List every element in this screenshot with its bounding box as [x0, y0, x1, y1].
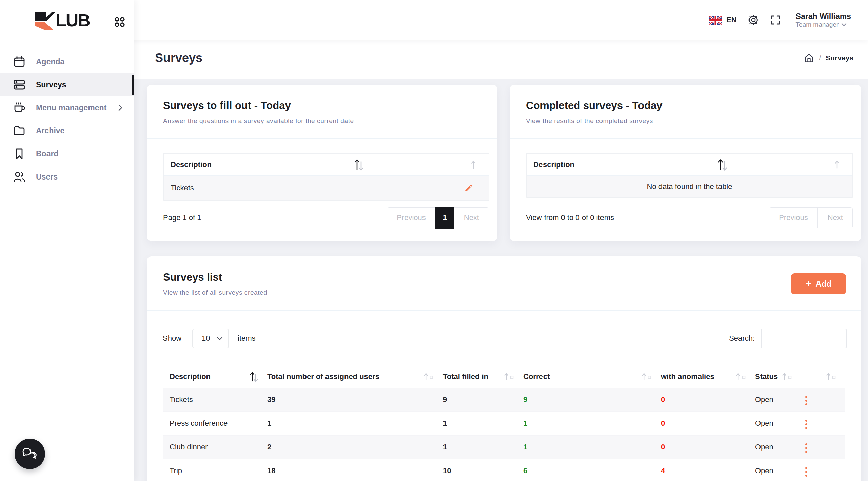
bookmark-icon [13, 147, 26, 160]
klub-logo-k [34, 11, 56, 30]
cell-filled: 1 [443, 419, 523, 428]
sort-icon[interactable] [641, 372, 652, 381]
cell-anomalies: 0 [661, 395, 755, 404]
language-switcher[interactable]: EN [709, 16, 737, 25]
cell-assigned: 39 [267, 395, 443, 404]
breadcrumb-separator: / [819, 54, 821, 62]
sidebar-item-users[interactable]: Users [0, 165, 134, 188]
row-actions-kebab-icon[interactable] [801, 464, 811, 479]
sidebar-item-label: Menu management [36, 103, 106, 112]
table-row: Trip 18 10 6 4 Open [163, 459, 845, 481]
cell-description: Club dinner [163, 443, 267, 452]
card-subtitle: View the list of all surveys created [163, 289, 845, 296]
cell-filled: 10 [443, 466, 523, 475]
sidebar-item-board[interactable]: Board [0, 142, 134, 165]
chat-fab-button[interactable] [15, 439, 45, 469]
cell-correct: 9 [523, 395, 661, 404]
breadcrumb: / Surveys [804, 53, 853, 63]
chevron-right-icon [118, 104, 122, 111]
sidebar-item-label: Surveys [36, 80, 66, 89]
sort-icon[interactable] [834, 159, 846, 170]
sidebar-item-agenda[interactable]: Agenda [0, 50, 134, 73]
table-row: Press conference 1 1 1 0 Open [163, 412, 845, 436]
page-info: View from 0 to 0 of 0 items [526, 213, 614, 222]
settings-gear-icon[interactable] [747, 14, 760, 26]
page-1-button[interactable]: 1 [435, 207, 454, 229]
user-name: Sarah Williams [796, 12, 851, 21]
show-label: Show [163, 334, 181, 343]
sidebar-item-label: Archive [36, 126, 64, 135]
cell-anomalies: 0 [661, 443, 755, 452]
header-actions: EN Sarah Williams Team manager [709, 0, 851, 40]
card-surveys-to-fill-out: Surveys to fill out - Today Answer the q… [147, 85, 497, 241]
cell-status: Open [755, 466, 801, 475]
table-controls: Show 10 items Search: [163, 328, 847, 349]
sidebar-item-label: Board [36, 149, 58, 159]
divider [147, 138, 497, 139]
add-button-label: Add [815, 279, 831, 289]
column-total-filled: Total filled in [443, 372, 488, 381]
cell-status: Open [755, 419, 801, 428]
plus-icon: + [806, 278, 812, 289]
next-button[interactable]: Next [454, 208, 489, 228]
sort-icon[interactable] [354, 158, 364, 172]
edit-pencil-icon[interactable] [464, 184, 473, 192]
sort-icon[interactable] [470, 159, 482, 170]
sidebar-nav: Agenda Surveys Menu managem [0, 50, 134, 188]
pagination: Previous Next [769, 207, 853, 228]
cell-filled: 1 [443, 443, 523, 452]
card-subtitle: View the results of the completed survey… [526, 117, 845, 125]
sort-icon[interactable] [423, 372, 434, 381]
coffee-cup-icon [13, 101, 26, 114]
breadcrumb-current: Surveys [826, 54, 853, 62]
users-icon [13, 170, 26, 183]
sort-icon[interactable] [826, 372, 836, 381]
cell-correct: 1 [523, 419, 661, 428]
row-actions-kebab-icon[interactable] [801, 417, 811, 432]
table-row: Tickets 39 9 9 0 Open [163, 388, 845, 412]
card-subtitle: Answer the questions in a survey availab… [163, 117, 481, 125]
surveys-page: { "brand": { "logo_text": "LUB" }, "head… [0, 0, 868, 481]
sidebar-item-archive[interactable]: Archive [0, 119, 134, 142]
folder-icon [13, 124, 26, 137]
chevron-down-icon [217, 337, 223, 340]
survey-description: Tickets [171, 184, 194, 192]
home-icon[interactable] [804, 53, 814, 63]
sort-icon[interactable] [735, 372, 746, 381]
items-label: items [238, 334, 256, 343]
page-title-band: Surveys / Surveys [134, 40, 868, 79]
sidebar-item-surveys[interactable]: Surveys [0, 73, 134, 96]
user-menu[interactable]: Sarah Williams Team manager [796, 12, 851, 29]
cell-correct: 6 [523, 466, 661, 475]
calendar-icon [13, 55, 26, 68]
previous-button[interactable]: Previous [387, 208, 435, 228]
row-actions-kebab-icon[interactable] [801, 441, 811, 456]
sidebar-item-menu-management[interactable]: Menu management [0, 96, 134, 119]
cell-assigned: 1 [267, 419, 443, 428]
next-button[interactable]: Next [817, 208, 852, 228]
row-actions-kebab-icon[interactable] [801, 393, 811, 408]
search-input[interactable] [761, 329, 847, 348]
add-survey-button[interactable]: + Add [791, 273, 846, 294]
cell-description: Trip [163, 466, 267, 475]
empty-table-message: No data found in the table [527, 176, 852, 197]
previous-button[interactable]: Previous [769, 208, 817, 228]
fullscreen-icon[interactable] [770, 15, 781, 25]
fill-out-table: Description Tickets [163, 153, 489, 201]
divider [510, 138, 861, 139]
sort-icon[interactable] [782, 372, 792, 381]
sort-icon[interactable] [717, 158, 728, 172]
sort-icon[interactable] [250, 370, 258, 383]
card-title: Surveys to fill out - Today [163, 100, 481, 112]
chat-bubbles-icon [22, 447, 38, 461]
divider [147, 310, 861, 311]
sort-icon[interactable] [504, 372, 514, 381]
apps-grid-icon[interactable] [114, 16, 126, 28]
sidebar: LUB Agenda [0, 0, 134, 481]
table-row: Tickets [164, 176, 489, 200]
pagination: Previous 1 Next [387, 207, 489, 228]
cell-filled: 9 [443, 395, 523, 404]
page-size-select[interactable]: 10 [192, 329, 229, 348]
klub-logo[interactable]: LUB [34, 11, 90, 30]
page-title: Surveys [155, 51, 202, 65]
